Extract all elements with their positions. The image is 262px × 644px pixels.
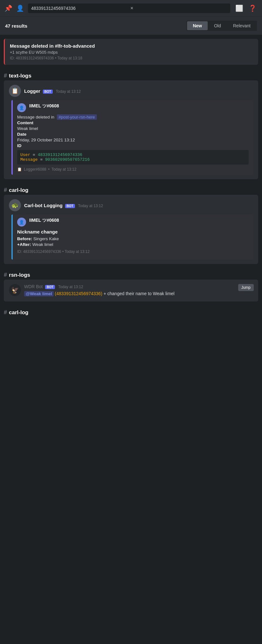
- message-key: Message: [20, 157, 38, 162]
- channel-hash-1: #: [4, 72, 7, 79]
- carlbot-avatar: 🐢: [9, 199, 21, 211]
- footer-icon: 📋: [17, 167, 22, 172]
- search-box: 483391312456974336 ×: [28, 3, 230, 13]
- text-logs-message-card: 📋 Logger BOT Today at 13:12 👤 IIMEL ツ#06…: [4, 80, 258, 179]
- wdr-msg-content: WDR Bot BOT Today at 13:12 @Weak limel (…: [24, 284, 253, 297]
- footer-name: Logger#6088: [24, 167, 46, 172]
- after-label: +After:: [17, 242, 31, 247]
- carl-log-header: # carl-log: [4, 186, 258, 195]
- date-value-line: Friday, 29 October 2021 13:12: [17, 138, 249, 142]
- rsn-message-card: Jump 🦅 WDR Bot BOT Today at 13:12 @Weak …: [4, 280, 258, 302]
- channel-name-rsn-logs[interactable]: rsn-logs: [9, 272, 30, 278]
- filter-relevant[interactable]: Relevant: [227, 21, 256, 30]
- id-block: User = 483391312456974336 Message = 9036…: [17, 150, 249, 165]
- deleted-in-line: Message deleted in #post-your-rsn-here: [17, 115, 249, 119]
- iimel-username-1: IIMEL ツ#0608: [29, 103, 59, 109]
- date-label-line: Date: [17, 132, 249, 137]
- footer-time: Today at 13:12: [51, 167, 77, 172]
- logger-embed-body: Message deleted in #post-your-rsn-here C…: [17, 115, 249, 165]
- content-area: Message deleted in #lfr-tob-advanced +1 …: [0, 39, 262, 317]
- channel-hash-2: #: [4, 187, 7, 193]
- filter-tabs: New Old Relevant: [186, 21, 257, 31]
- text-logs-msg-header: 📋 Logger BOT Today at 13:12: [9, 85, 253, 97]
- top-bar-actions: ⬜ ❓: [234, 3, 258, 13]
- deleted-message-card: Message deleted in #lfr-tob-advanced +1 …: [4, 39, 258, 65]
- carlbot-embed-user: 👤 IIMEL ツ#0608: [17, 218, 249, 227]
- results-count: 47 results: [5, 23, 183, 29]
- carl-meta-line: ID: 483391312456974336 • Today at 13:12: [17, 249, 249, 254]
- channel-name-carl-log[interactable]: carl-log: [9, 187, 28, 193]
- logger-avatar: 📋: [9, 85, 21, 97]
- carl-meta: ID: 483391312456974336 • Today at 13:12: [17, 249, 90, 254]
- results-bar: 47 results New Old Relevant: [0, 17, 262, 35]
- rsn-logs-section: # rsn-logs Jump 🦅 WDR Bot BOT Today at 1…: [4, 270, 258, 302]
- deleted-message-meta: ID: 483391312456974336 • Today at 13:18: [10, 56, 253, 60]
- carlbot-author: Carl-bot Logging: [24, 203, 63, 208]
- search-value: 483391312456974336: [31, 6, 128, 11]
- help-icon[interactable]: ❓: [247, 3, 258, 13]
- user-id-line: User = 483391312456974336: [20, 153, 245, 157]
- mention-tag: @Weak limel: [24, 291, 54, 296]
- filter-new[interactable]: New: [187, 21, 208, 30]
- iimel-avatar-2: 👤: [17, 218, 26, 227]
- wdr-author: WDR Bot: [24, 284, 43, 289]
- text-suffix: + changed their name to Weak limel: [104, 291, 174, 296]
- id-label: ID: [17, 143, 22, 148]
- id-highlight: (483391312456974336): [55, 291, 102, 296]
- carlbot-embed: 👤 IIMEL ツ#0608 Nickname change Before: S…: [11, 214, 253, 260]
- filter-old[interactable]: Old: [208, 21, 227, 30]
- top-bar: 📌 👤 483391312456974336 × ⬜ ❓: [0, 0, 262, 17]
- wdr-avatar: 🦅: [9, 284, 21, 296]
- iimel-username-2: IIMEL ツ#0608: [29, 218, 59, 223]
- user-icon[interactable]: 👤: [16, 4, 24, 12]
- carl-log-section-2: # carl-log: [4, 308, 258, 317]
- message-id-line: Message = 903602090507657216: [20, 157, 245, 162]
- logger-bot-badge: BOT: [43, 90, 53, 94]
- logger-embed-footer: 📋 Logger#6088 • Today at 13:12: [17, 167, 249, 172]
- deleted-message-title: Message deleted in #lfr-tob-advanced: [10, 43, 253, 49]
- content-value-line: Weak limel: [17, 126, 249, 131]
- carlbot-msg-header: 🐢 Carl-bot Logging BOT Today at 13:12: [9, 199, 253, 211]
- carl-log-header-2: # carl-log: [4, 308, 258, 317]
- text-logs-section: # text-logs 📋 Logger BOT Today at 13:12 …: [4, 71, 258, 179]
- before-label: Before:: [17, 236, 32, 241]
- wdr-msg-header: 🦅 WDR Bot BOT Today at 13:12 @Weak limel…: [9, 284, 253, 297]
- carlbot-embed-body: Nickname change Before: Singers Kake +Af…: [17, 229, 249, 254]
- channel-hash-3: #: [4, 272, 7, 278]
- logger-timestamp: Today at 13:12: [56, 89, 81, 94]
- iimel-avatar-1: 👤: [17, 103, 26, 112]
- event-title: Nickname change: [17, 229, 58, 234]
- message-id-value: 903602090507657216: [45, 157, 90, 162]
- content-line: Content: [17, 120, 249, 125]
- jump-button[interactable]: Jump: [238, 284, 254, 291]
- before-value: Singers Kake: [33, 236, 59, 241]
- after-value: Weak limel: [32, 242, 53, 247]
- footer-dot: •: [48, 167, 50, 172]
- carlbot-bot-badge: BOT: [65, 204, 75, 208]
- text-logs-header: # text-logs: [4, 71, 258, 80]
- search-clear-button[interactable]: ×: [131, 5, 227, 11]
- content-label: Content: [17, 120, 33, 125]
- rsn-logs-header: # rsn-logs: [4, 270, 258, 280]
- date-label: Date: [17, 132, 26, 137]
- logger-author: Logger: [24, 88, 40, 94]
- id-label-line: ID: [17, 143, 249, 148]
- content-value: Weak limel: [17, 126, 38, 131]
- carlbot-author-block: Carl-bot Logging BOT Today at 13:12: [24, 203, 103, 208]
- chat-icon[interactable]: ⬜: [234, 3, 244, 13]
- before-line: Before: Singers Kake: [17, 236, 249, 241]
- deleted-message-subtitle: +1 scythe EU W505 mdps: [10, 50, 253, 55]
- date-value: Friday, 29 October 2021 13:12: [17, 138, 75, 142]
- channel-name-carl-log-2[interactable]: carl-log: [9, 309, 28, 316]
- carl-log-message-card: 🐢 Carl-bot Logging BOT Today at 13:12 👤 …: [4, 195, 258, 264]
- channel-hash-4: #: [4, 309, 7, 316]
- wdr-author-line: WDR Bot BOT Today at 13:12: [24, 284, 253, 289]
- channel-tag[interactable]: #post-your-rsn-here: [57, 114, 97, 120]
- carlbot-timestamp: Today at 13:12: [78, 204, 103, 208]
- channel-name-text-logs[interactable]: text-logs: [9, 73, 31, 79]
- wdr-bot-badge: BOT: [45, 285, 55, 289]
- event-title-line: Nickname change: [17, 229, 249, 234]
- logger-embed: 👤 IIMEL ツ#0608 Message deleted in #post-…: [11, 100, 253, 175]
- pin-icon[interactable]: 📌: [4, 4, 12, 12]
- user-key: User: [20, 153, 30, 157]
